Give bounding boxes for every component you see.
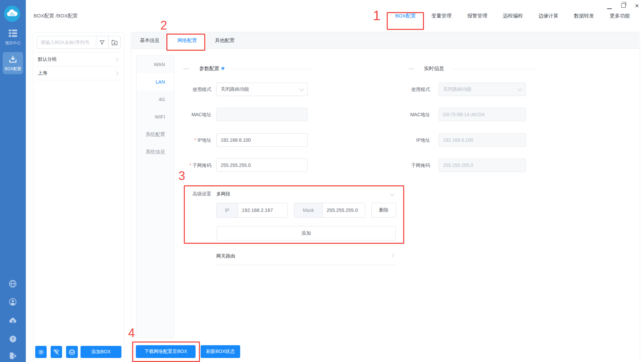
rt-mac-label: MAC地址 xyxy=(380,108,430,121)
filter-button[interactable] xyxy=(96,36,108,48)
annotation-number-1: 1 xyxy=(373,9,380,22)
chevron-right-icon xyxy=(114,57,118,62)
segment-mask-input[interactable] xyxy=(323,203,365,217)
required-mark: * xyxy=(190,163,191,168)
user-icon[interactable] xyxy=(8,298,17,306)
chevron-down-icon xyxy=(518,86,522,91)
ip-prefix-label: IP xyxy=(217,203,238,217)
chevron-down-icon xyxy=(299,86,304,91)
cloud-circle-icon xyxy=(68,349,75,356)
realtime-section-title: 实时信息 xyxy=(424,65,444,72)
window-close-button[interactable]: × xyxy=(633,1,641,11)
cloud-logo-icon: Box Config xyxy=(4,6,20,22)
add-segment-button[interactable]: 添加 xyxy=(217,226,396,240)
rt-subnet-value xyxy=(439,159,526,172)
app-logo: Box Config xyxy=(4,6,20,22)
delete-segment-button[interactable]: 删除 xyxy=(371,203,396,218)
cloud-sync-button[interactable] xyxy=(66,346,78,358)
group-row-shanghai[interactable]: 上海 xyxy=(35,66,121,80)
ip-address-input[interactable] xyxy=(216,133,308,147)
rt-mac-value xyxy=(439,108,526,121)
topnav-edge-computing[interactable]: 边缘计算 xyxy=(538,0,558,32)
add-box-button[interactable]: 添加BOX xyxy=(80,346,121,358)
svg-text:Config: Config xyxy=(10,14,15,16)
mode-label: 使用模式 xyxy=(162,83,211,96)
refresh-box-status-button[interactable]: 刷新BOX状态 xyxy=(201,345,240,358)
segment-ip-group: IP xyxy=(216,203,288,218)
search-toolbar xyxy=(96,36,121,49)
group-label: 默认分组 xyxy=(38,56,57,62)
tab-other-config[interactable]: 其他配置 xyxy=(206,32,244,48)
breadcrumb: BOX配置 /BOX配置 xyxy=(34,13,78,19)
rt-subnet-label: 子网掩码 xyxy=(380,159,430,172)
settings-button[interactable] xyxy=(35,346,47,358)
param-section-title: 参数配置 xyxy=(199,65,219,72)
topnav-variable-mgmt[interactable]: 变量管理 xyxy=(431,0,451,32)
topnav-more-features[interactable]: 更多功能 xyxy=(610,0,630,32)
project-center-icon[interactable] xyxy=(9,30,17,37)
segment-ip-input[interactable] xyxy=(238,203,287,217)
folder-plus-icon xyxy=(111,40,118,45)
chevron-right-icon xyxy=(114,71,118,76)
help-icon[interactable]: ? xyxy=(9,335,17,343)
mask-prefix-label: Mask xyxy=(294,203,323,217)
section-dash xyxy=(183,69,190,69)
tab-basic-info[interactable]: 基本信息 xyxy=(131,32,168,48)
rt-mode-value: 关闭路由功能 xyxy=(443,86,471,92)
cloud-upload-icon[interactable] xyxy=(8,316,17,325)
globe-icon[interactable] xyxy=(8,279,17,288)
segment-mask-group: Mask xyxy=(294,203,365,218)
rt-mode-label: 使用模式 xyxy=(380,83,430,96)
funnel-icon xyxy=(99,40,105,45)
rt-ip-value xyxy=(439,133,526,147)
topnav-data-forwarding[interactable]: 数据转发 xyxy=(574,0,594,32)
mac-label: MAC地址 xyxy=(162,108,211,121)
net-tab-wan[interactable]: WAN xyxy=(137,56,174,73)
wifi-off-icon xyxy=(53,349,60,355)
sidebar-item-project-center[interactable]: 项目中心 xyxy=(0,40,26,46)
window-restore-button[interactable] xyxy=(621,3,626,8)
network-status-button[interactable] xyxy=(51,346,62,358)
tab-network-config[interactable]: 网络配置 xyxy=(168,32,206,49)
group-row-default[interactable]: 默认分组 xyxy=(35,52,121,66)
group-list: 默认分组 上海 xyxy=(35,52,121,80)
subnet-label: *子网掩码 xyxy=(162,159,211,172)
mode-select[interactable]: 关闭路由功能 xyxy=(216,83,308,96)
svg-text:?: ? xyxy=(11,336,14,342)
gear-icon xyxy=(38,349,44,355)
section-line xyxy=(231,69,313,69)
rt-mode-select: 关闭路由功能 xyxy=(439,83,526,96)
ip-label: *IP地址 xyxy=(162,133,211,147)
topnav-alarm-mgmt[interactable]: 报警管理 xyxy=(467,0,487,32)
group-label: 上海 xyxy=(38,70,47,76)
subnet-mask-input[interactable] xyxy=(216,159,308,172)
topnav-box-config[interactable]: BOX配置 xyxy=(395,0,416,32)
annotation-number-2: 2 xyxy=(160,19,167,32)
topnav-remote-programming[interactable]: 远程编程 xyxy=(503,0,523,32)
rt-ip-label: IP地址 xyxy=(380,133,430,147)
add-group-button[interactable] xyxy=(108,36,121,48)
download-config-button[interactable]: 下载网络配置至BOX xyxy=(136,345,196,358)
gateway-route-header[interactable]: 网关路由 xyxy=(216,249,357,263)
required-mark: * xyxy=(194,137,196,143)
device-panel xyxy=(33,33,124,362)
app-window: Box Config 项目中心 BOX配置 xyxy=(0,0,644,362)
sidebar-item-box-config-label: BOX配置 xyxy=(3,66,23,72)
window-minimize-button[interactable] xyxy=(607,8,612,9)
modified-indicator-dot xyxy=(221,67,224,70)
download-icon xyxy=(8,55,17,64)
section-line xyxy=(452,69,537,69)
svg-text:Box: Box xyxy=(11,12,14,14)
search-input[interactable] xyxy=(37,36,98,49)
section-dash xyxy=(409,69,414,69)
multi-segment-header[interactable]: 多网段 xyxy=(216,187,357,200)
advanced-settings-label: 高级设置 xyxy=(162,187,211,200)
mac-input xyxy=(216,108,308,121)
mode-select-value: 关闭路由功能 xyxy=(221,86,249,92)
logout-icon[interactable] xyxy=(8,352,17,360)
divider xyxy=(216,265,396,265)
